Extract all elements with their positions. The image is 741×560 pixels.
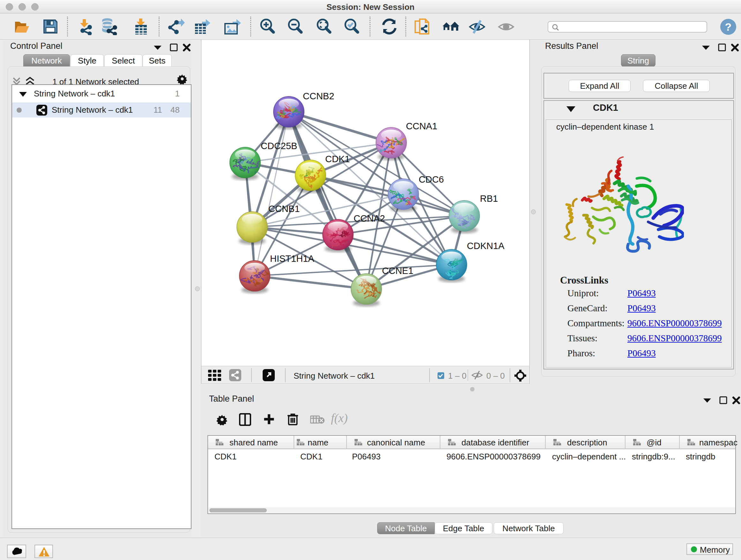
svg-text:CDK1: CDK1 [325, 154, 350, 164]
svg-text:RB1: RB1 [480, 193, 498, 204]
svg-text:CCNB1: CCNB1 [268, 204, 300, 214]
svg-text:CDKN1A: CDKN1A [467, 241, 504, 251]
svg-text:HIST1H1A: HIST1H1A [270, 253, 314, 264]
svg-text:?: ? [725, 21, 732, 33]
svg-text:CCNB2: CCNB2 [303, 91, 334, 101]
svg-text:CCNA1: CCNA1 [406, 121, 437, 131]
svg-text:CDC6: CDC6 [419, 174, 444, 185]
svg-text:CCNE1: CCNE1 [382, 266, 413, 276]
svg-text:CDC25B: CDC25B [261, 141, 297, 151]
svg-text:CCNA2: CCNA2 [354, 213, 385, 224]
